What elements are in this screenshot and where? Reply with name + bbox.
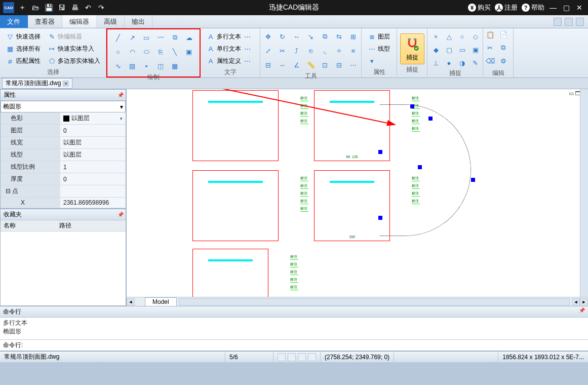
- quick-select[interactable]: ▽快速选择: [4, 31, 43, 42]
- extend-icon[interactable]: ⤴: [291, 45, 303, 57]
- region-icon[interactable]: ◫: [154, 60, 167, 72]
- help-button[interactable]: ?帮助: [522, 3, 544, 12]
- erase-icon[interactable]: ⌫: [486, 57, 494, 65]
- snap-toggle-icon[interactable]: [278, 353, 286, 361]
- props-icon[interactable]: ⚙: [499, 57, 507, 65]
- grip[interactable]: [410, 104, 414, 108]
- open-icon[interactable]: 🗁: [30, 3, 41, 13]
- rotate-icon[interactable]: ↻: [277, 30, 289, 43]
- select-all[interactable]: ▦选择所有: [4, 44, 43, 54]
- document-tab[interactable]: 常规吊顶剖面图.dwg ×: [2, 78, 72, 89]
- group-icon[interactable]: ⊡: [319, 59, 331, 71]
- prop-lt-value[interactable]: 以图层: [60, 149, 126, 161]
- favorites-body[interactable]: [1, 232, 126, 305]
- linetypes[interactable]: ⋯线型: [366, 44, 393, 54]
- point-icon[interactable]: ▪: [140, 60, 152, 72]
- prop-lw-value[interactable]: 以图层: [60, 137, 126, 148]
- vertical-scrollbar[interactable]: [580, 89, 588, 297]
- move-icon[interactable]: ✥: [262, 30, 275, 43]
- layers[interactable]: ≣图层: [366, 31, 393, 42]
- command-input[interactable]: [25, 341, 585, 350]
- rect-icon[interactable]: ▭: [140, 31, 152, 44]
- ellipse-icon[interactable]: ⬭: [140, 46, 152, 58]
- grip[interactable]: [471, 178, 475, 182]
- file-tab[interactable]: 文件: [0, 15, 28, 28]
- snap-app-icon[interactable]: ✎: [469, 57, 482, 69]
- copy-clip-icon[interactable]: 📋: [486, 30, 494, 38]
- table-icon[interactable]: ▦: [169, 60, 181, 72]
- favorites-header[interactable]: 收藏夹📌: [1, 209, 126, 220]
- match-props[interactable]: ⌀匹配属性: [4, 56, 43, 66]
- quick-editor[interactable]: ✎快编辑器: [46, 31, 84, 42]
- stext[interactable]: A单行文本⋯: [205, 44, 256, 54]
- scroll-left-icon[interactable]: ◄: [572, 298, 580, 305]
- snap-ext-icon[interactable]: ▭: [456, 44, 468, 56]
- snap-int-icon[interactable]: ▢: [443, 44, 455, 56]
- measure-icon[interactable]: 📏: [305, 59, 317, 71]
- saveall-icon[interactable]: 🖫: [57, 3, 67, 13]
- prop-point-key[interactable]: ⊟ 点: [1, 185, 60, 197]
- new-icon[interactable]: ＋: [17, 3, 27, 13]
- attdef-opt-icon[interactable]: ⋯: [243, 57, 251, 65]
- snap-cen-icon[interactable]: ○: [456, 30, 468, 43]
- ray-icon[interactable]: ↗: [126, 31, 138, 44]
- break-icon[interactable]: ⎋: [305, 45, 317, 57]
- register-button[interactable]: 人注册: [495, 3, 518, 12]
- undo-icon[interactable]: ↶: [83, 3, 93, 13]
- cut-icon[interactable]: ✂: [486, 44, 494, 52]
- polyline-icon[interactable]: 〰: [154, 31, 167, 44]
- close-button[interactable]: ✕: [575, 3, 584, 12]
- attdef[interactable]: A属性定义⋯: [205, 56, 256, 66]
- print-icon[interactable]: 🖶: [70, 3, 80, 13]
- spline-icon[interactable]: ∿: [112, 60, 124, 72]
- ungroup-icon[interactable]: ⊟: [333, 59, 345, 71]
- copy-icon[interactable]: ⧉: [319, 30, 331, 43]
- grip[interactable]: [378, 150, 382, 154]
- drawing-canvas[interactable]: ▭ 🗖 ✕ 标注标注标注标注 标注标注标注标注标注90 125 标注标注标注标注…: [127, 89, 588, 297]
- polar-toggle-icon[interactable]: [308, 353, 316, 361]
- snap-near-icon[interactable]: ◑: [456, 57, 468, 69]
- snap-button[interactable]: 捕捉: [400, 33, 424, 64]
- maximize-button[interactable]: ▢: [562, 3, 571, 12]
- fillet-icon[interactable]: ◟: [319, 45, 331, 57]
- model-tab[interactable]: Model: [145, 297, 177, 306]
- mtext-opt-icon[interactable]: ⋯: [243, 32, 251, 41]
- insert-icon[interactable]: ⎘: [154, 46, 167, 58]
- prop-x-value[interactable]: 2361.869598996: [60, 198, 126, 208]
- align-icon[interactable]: ⊟: [262, 59, 275, 71]
- properties-header[interactable]: 属性📌: [1, 90, 126, 101]
- fav-col-name[interactable]: 名称: [1, 220, 56, 231]
- snap-tan-icon[interactable]: ●: [443, 57, 455, 69]
- stext-opt-icon[interactable]: ⋯: [243, 45, 251, 53]
- ribbon-help-icon[interactable]: [576, 18, 584, 26]
- grip[interactable]: [428, 117, 433, 121]
- dim-icon[interactable]: ↔: [291, 30, 303, 43]
- prop-lts-value[interactable]: 1: [60, 161, 126, 173]
- buy-button[interactable]: ¥购买: [468, 3, 491, 12]
- fav-col-path[interactable]: 路径: [56, 220, 74, 231]
- stretch-icon[interactable]: ↔: [277, 59, 289, 71]
- save-icon[interactable]: 💾: [44, 3, 54, 13]
- prop-layer-value[interactable]: 0: [60, 125, 126, 136]
- paste-icon[interactable]: 📄: [499, 30, 507, 38]
- snap-qua-icon[interactable]: ◆: [430, 44, 442, 56]
- props-more[interactable]: ▾: [366, 56, 393, 66]
- prop-thk-value[interactable]: 0: [60, 173, 126, 185]
- offset-icon[interactable]: ≡: [347, 45, 360, 57]
- misc-icon[interactable]: ⋯: [347, 59, 360, 71]
- entity-type-combo[interactable]: 椭圆形▾: [1, 101, 126, 112]
- command-history[interactable]: 多行文本 椭圆形: [0, 318, 588, 340]
- leader-icon[interactable]: ↘: [305, 30, 317, 43]
- construction-icon[interactable]: ╲: [169, 46, 181, 58]
- mtext[interactable]: A多行文本⋯: [205, 31, 256, 42]
- style-icon[interactable]: [554, 18, 562, 26]
- mirror-icon[interactable]: ⇆: [333, 30, 345, 43]
- pin-icon[interactable]: 📌: [117, 212, 124, 217]
- array-icon[interactable]: ⊞: [347, 30, 360, 43]
- tab-advanced[interactable]: 高级: [97, 15, 125, 28]
- quick-import[interactable]: ↦快速实体导入: [46, 44, 96, 54]
- close-doc-icon[interactable]: ×: [63, 81, 69, 87]
- trim-icon[interactable]: ✂: [277, 45, 289, 57]
- tab-output[interactable]: 输出: [125, 15, 152, 28]
- snap-mid-icon[interactable]: △: [443, 30, 455, 43]
